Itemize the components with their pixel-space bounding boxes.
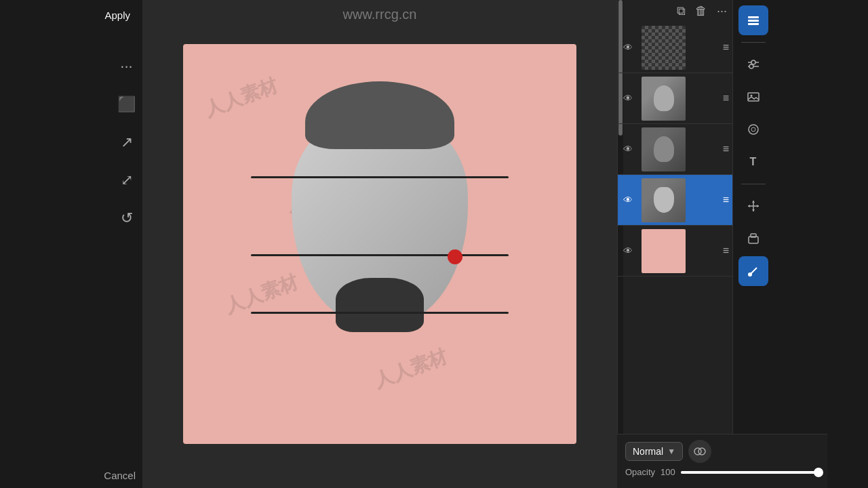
- layers-top-icons: ⧉ 🗑 ···: [623, 0, 732, 22]
- tool-separator-1: [741, 42, 766, 43]
- layer-menu-3[interactable]: ≡: [723, 143, 729, 155]
- svg-marker-18: [757, 205, 759, 207]
- canvas-area: www.rrcg.cn 人人素材 人人素材 人人素材 人人素材: [142, 0, 617, 488]
- copy-layer-icon[interactable]: ⧉: [677, 4, 686, 18]
- svg-point-10: [750, 95, 752, 97]
- layer-menu-5[interactable]: ≡: [723, 245, 729, 257]
- bottom-controls: Normal ▼ Opacity 100: [617, 434, 827, 488]
- layer-menu-1[interactable]: ≡: [723, 41, 729, 54]
- watermark-url: www.rrcg.cn: [343, 7, 417, 22]
- tool-separator-2: [741, 184, 766, 184]
- cancel-button[interactable]: Cancel: [104, 470, 136, 481]
- svg-rect-20: [751, 234, 756, 237]
- left-sidebar: Apply ··· ⬛ ↗ ⤢ ↺ Cancel: [0, 0, 142, 488]
- opacity-slider-fill: [681, 471, 819, 474]
- eraser-tool-button[interactable]: [738, 224, 768, 253]
- svg-rect-1: [748, 20, 759, 22]
- layer-face-preview-3: [654, 136, 674, 162]
- layer-item-3[interactable]: 👁 ≡: [618, 124, 732, 175]
- blend-action-button[interactable]: [688, 440, 711, 463]
- blend-mode-chevron: ▼: [667, 447, 675, 456]
- layer-item-5[interactable]: 👁 ≡: [618, 226, 732, 277]
- opacity-slider[interactable]: [681, 471, 819, 474]
- svg-rect-0: [748, 16, 759, 18]
- svg-marker-16: [752, 209, 755, 211]
- svg-rect-9: [748, 93, 759, 101]
- face-container: [251, 81, 509, 407]
- layer-menu-4[interactable]: ≡: [723, 194, 729, 206]
- blend-mode-row: Normal ▼: [625, 440, 819, 463]
- opacity-value: 100: [660, 467, 675, 477]
- opacity-row: Opacity 100: [625, 467, 819, 477]
- shape-tool-button[interactable]: [738, 115, 768, 144]
- red-marker: [448, 249, 462, 264]
- hair-layer: [305, 81, 454, 149]
- transform-tool-button[interactable]: [738, 191, 768, 221]
- blend-mode-label: Normal: [633, 446, 663, 457]
- layers-tool-button[interactable]: [738, 5, 768, 35]
- layer-eye-2[interactable]: 👁: [618, 93, 638, 104]
- opacity-label: Opacity: [625, 467, 655, 477]
- svg-point-11: [749, 125, 758, 134]
- layer-item-4[interactable]: 👁 ≡: [618, 175, 732, 226]
- image-tool-button[interactable]: [738, 82, 768, 112]
- svg-marker-15: [752, 201, 755, 203]
- layer-face-preview-4: [654, 187, 674, 213]
- svg-rect-2: [748, 23, 759, 25]
- svg-point-3: [751, 60, 755, 64]
- canvas-content[interactable]: 人人素材 人人素材 人人素材 人人素材: [183, 44, 576, 444]
- right-panel: ⧉ 🗑 ··· 👁 ≡ 👁 ≡ 👁 ≡ 👁: [617, 0, 868, 488]
- layer-eye-4[interactable]: 👁: [618, 195, 638, 205]
- layer-eye-5[interactable]: 👁: [618, 245, 638, 256]
- layer-item-2[interactable]: 👁 ≡: [618, 73, 732, 124]
- brush-tool-button[interactable]: [738, 256, 768, 286]
- mustache-area: [336, 278, 424, 332]
- camera-button[interactable]: ⬛: [117, 96, 136, 113]
- layer-face-preview-2: [654, 85, 674, 111]
- layer-thumb-3: [642, 127, 686, 171]
- opacity-slider-thumb[interactable]: [814, 468, 823, 477]
- cut-line-mid: [251, 254, 509, 256]
- expand-button[interactable]: ↗: [121, 134, 133, 151]
- text-tool-button[interactable]: T: [738, 147, 768, 177]
- svg-point-22: [748, 272, 752, 277]
- blend-mode-select[interactable]: Normal ▼: [625, 442, 683, 461]
- svg-marker-17: [748, 205, 750, 207]
- layer-menu-2[interactable]: ≡: [723, 92, 729, 104]
- layer-thumb-2: [642, 77, 686, 121]
- layer-item-1[interactable]: 👁 ≡: [618, 22, 732, 73]
- svg-point-6: [749, 64, 753, 68]
- undo-button[interactable]: ↺: [121, 209, 133, 227]
- layers-panel: ⧉ 🗑 ··· 👁 ≡ 👁 ≡ 👁 ≡ 👁: [617, 0, 732, 488]
- svg-point-12: [751, 127, 755, 131]
- delete-layer-icon[interactable]: 🗑: [695, 4, 707, 18]
- layer-thumb-4: [642, 178, 686, 222]
- layer-eye-1[interactable]: 👁: [618, 42, 638, 53]
- layer-thumb-5: [642, 229, 686, 273]
- right-tools-panel: T Udemy: [732, 0, 773, 488]
- svg-point-24: [698, 448, 705, 455]
- layer-more-icon[interactable]: ···: [717, 4, 727, 18]
- cut-line-top: [251, 176, 509, 178]
- more-options-button[interactable]: ···: [120, 58, 132, 75]
- apply-button[interactable]: Apply: [99, 7, 136, 24]
- cut-line-bottom: [251, 312, 509, 314]
- adjustments-tool-button[interactable]: [738, 49, 768, 79]
- layer-eye-3[interactable]: 👁: [618, 144, 638, 155]
- layer-thumb-1: [642, 26, 686, 70]
- fullscreen-button[interactable]: ⤢: [121, 171, 133, 189]
